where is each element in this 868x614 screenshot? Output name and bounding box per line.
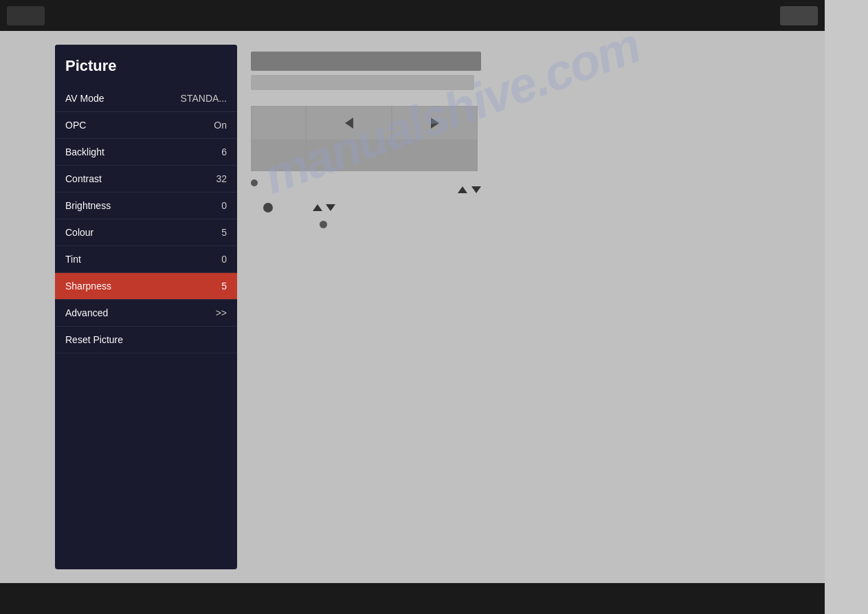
menu-item-value: STANDA...: [181, 93, 227, 104]
menu-item-label: Advanced: [65, 307, 108, 318]
menu-item-label: Backlight: [65, 146, 104, 157]
menu-item-label: Tint: [65, 254, 81, 265]
up-arrow-icon-2[interactable]: [313, 204, 322, 211]
menu-item-label: OPC: [65, 120, 86, 131]
menu-item-value: 6: [221, 146, 227, 157]
menu-item-reset-picture[interactable]: Reset Picture: [55, 327, 237, 353]
menu-item-av-mode[interactable]: AV ModeSTANDA...: [55, 85, 237, 112]
menu-title: Picture: [55, 45, 237, 85]
menu-item-label: AV Mode: [65, 93, 104, 104]
menu-item-backlight[interactable]: Backlight6: [55, 139, 237, 166]
top-bar-left-button[interactable]: [7, 6, 45, 25]
menu-item-value: >>: [216, 307, 227, 318]
top-bar: [0, 0, 825, 31]
right-arrow-icon: [431, 118, 439, 129]
menu-item-colour[interactable]: Colour5: [55, 219, 237, 246]
menu-item-value: 32: [216, 173, 227, 184]
nav-cell-arrow-left[interactable]: [306, 106, 392, 140]
menu-item-value: 0: [221, 254, 227, 265]
bar-container: [251, 52, 811, 90]
menu-item-sharpness[interactable]: Sharpness5: [55, 273, 237, 300]
dot-1: [251, 179, 258, 186]
menu-item-label: Reset Picture: [65, 334, 123, 345]
menu-items-list: AV ModeSTANDA...OPCOnBacklight6Contrast3…: [55, 85, 237, 353]
menu-item-value: 5: [221, 227, 227, 238]
menu-item-value: 5: [221, 281, 227, 292]
menu-item-tint[interactable]: Tint0: [55, 246, 237, 273]
arrows-pair-2: [313, 204, 335, 211]
content-area: Picture AV ModeSTANDA...OPCOnBacklight6C…: [0, 31, 825, 583]
nav-cell-arrow-right[interactable]: [392, 106, 478, 140]
down-arrow-icon-2[interactable]: [326, 204, 335, 211]
nav-cell-empty-tl: [251, 106, 306, 140]
menu-item-value: 0: [221, 200, 227, 211]
dot-row3: [251, 221, 811, 228]
bottom-bar: [0, 583, 825, 614]
top-bar-right-button[interactable]: [780, 6, 818, 25]
menu-item-label: Brightness: [65, 200, 111, 211]
menu-item-value: On: [214, 120, 227, 131]
nav-cell-empty-br: [392, 140, 478, 171]
dot-arrows-row1: [251, 179, 811, 186]
menu-item-opc[interactable]: OPCOn: [55, 112, 237, 139]
bar-light: [251, 75, 474, 90]
controls-area: [237, 45, 825, 569]
bar-dark: [251, 52, 481, 71]
arrows-row-right: [251, 186, 481, 193]
dot-3: [320, 221, 327, 228]
nav-row-bottom: [251, 140, 481, 171]
dot-arrows-row2: [251, 203, 811, 212]
nav-row-top: [251, 106, 481, 140]
menu-item-contrast[interactable]: Contrast32: [55, 166, 237, 193]
menu-item-label: Contrast: [65, 173, 102, 184]
nav-cell-empty-bm: [306, 140, 392, 171]
left-arrow-icon: [345, 118, 353, 129]
picture-menu: Picture AV ModeSTANDA...OPCOnBacklight6C…: [55, 45, 237, 569]
menu-item-advanced[interactable]: Advanced>>: [55, 300, 237, 327]
up-arrow-icon[interactable]: [458, 186, 467, 193]
down-arrow-icon[interactable]: [471, 186, 481, 193]
dot-2: [263, 203, 273, 212]
menu-item-label: Sharpness: [65, 281, 111, 292]
menu-item-brightness[interactable]: Brightness0: [55, 193, 237, 219]
nav-cell-empty-bl: [251, 140, 306, 171]
nav-grid: [251, 106, 481, 171]
menu-item-label: Colour: [65, 227, 93, 238]
